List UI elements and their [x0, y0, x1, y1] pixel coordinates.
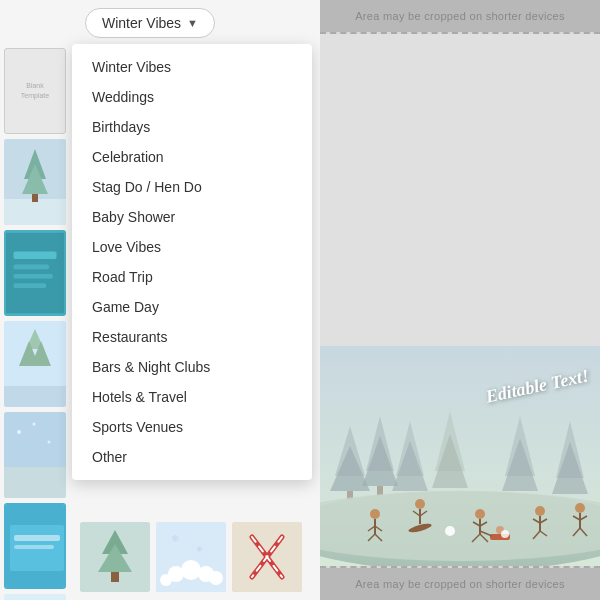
right-preview-panel: Area may be cropped on shorter devices: [320, 0, 600, 600]
dropdown-item-celebration[interactable]: Celebration: [72, 142, 312, 172]
dropdown-item-hotels-travel[interactable]: Hotels & Travel: [72, 382, 312, 412]
svg-rect-4: [32, 194, 38, 202]
template-thumbnail-winter-1[interactable]: [4, 139, 66, 225]
svg-point-18: [48, 441, 51, 444]
svg-point-95: [501, 530, 509, 538]
dropdown-item-restaurants[interactable]: Restaurants: [72, 322, 312, 352]
dropdown-item-love-vibes[interactable]: Love Vibes: [72, 232, 312, 262]
blank-template-label: BlankTemplate: [21, 81, 49, 101]
svg-rect-5: [6, 233, 64, 313]
svg-point-82: [535, 506, 545, 516]
dropdown-item-sports-venues[interactable]: Sports Venues: [72, 412, 312, 442]
thumbnail-bottom-snow[interactable]: ❄ ❄: [156, 522, 226, 592]
svg-point-61: [320, 491, 600, 561]
svg-rect-14: [4, 386, 66, 407]
dropdown-item-baby-shower[interactable]: Baby Shower: [72, 202, 312, 232]
svg-rect-24: [4, 594, 66, 600]
svg-point-36: [160, 574, 172, 586]
template-thumbnail-light[interactable]: [4, 594, 66, 600]
svg-rect-1: [4, 199, 66, 225]
svg-point-68: [415, 499, 425, 509]
crop-notice-bottom: Area may be cropped on shorter devices: [320, 568, 600, 600]
template-thumbnail-selected[interactable]: [4, 230, 66, 316]
svg-rect-22: [14, 535, 60, 541]
crop-notice-top: Area may be cropped on shorter devices: [320, 0, 600, 32]
dropdown-item-other[interactable]: Other: [72, 442, 312, 472]
dropdown-menu: Winter Vibes Weddings Birthdays Celebrat…: [72, 44, 312, 480]
svg-rect-8: [13, 274, 52, 279]
thumbnail-bottom-tree[interactable]: [80, 522, 150, 592]
dropdown-item-stag-do[interactable]: Stag Do / Hen Do: [72, 172, 312, 202]
svg-point-62: [370, 509, 380, 519]
dropdown-item-bars-night-clubs[interactable]: Bars & Night Clubs: [72, 352, 312, 382]
svg-point-17: [17, 430, 21, 434]
category-dropdown-trigger[interactable]: Winter Vibes ▼: [85, 8, 215, 38]
svg-point-34: [181, 560, 201, 580]
preview-scene: Editable Text!: [320, 346, 600, 566]
dropdown-item-game-day[interactable]: Game Day: [72, 292, 312, 322]
crop-notice-bottom-text: Area may be cropped on shorter devices: [355, 578, 565, 590]
preview-blank-area: [320, 34, 600, 346]
thumbnail-bottom-xmas[interactable]: [232, 522, 302, 592]
dropdown-item-birthdays[interactable]: Birthdays: [72, 112, 312, 142]
svg-text:❄: ❄: [171, 533, 179, 544]
svg-rect-9: [13, 283, 46, 288]
svg-rect-23: [14, 545, 54, 549]
template-thumbnail-blank[interactable]: BlankTemplate: [4, 48, 66, 134]
crop-notice-top-text: Area may be cropped on shorter devices: [355, 10, 565, 22]
left-panel: Winter Vibes ▼ Winter Vibes Weddings Bir…: [0, 0, 320, 600]
svg-rect-31: [111, 572, 119, 582]
svg-rect-7: [13, 265, 49, 270]
dropdown-item-winter-vibes[interactable]: Winter Vibes: [72, 52, 312, 82]
template-thumbnail-blue-blocks[interactable]: [4, 503, 66, 589]
svg-point-37: [209, 571, 223, 585]
svg-rect-6: [13, 251, 56, 258]
dropdown-item-road-trip[interactable]: Road Trip: [72, 262, 312, 292]
template-thumbnail-list: BlankTemplate: [4, 48, 66, 600]
svg-rect-16: [4, 467, 66, 498]
svg-point-88: [575, 503, 585, 513]
template-thumbnail-light-blue[interactable]: [4, 321, 66, 407]
svg-text:❄: ❄: [196, 545, 203, 554]
svg-point-94: [445, 526, 455, 536]
bottom-thumbnail-row: ❄ ❄: [80, 522, 302, 592]
template-thumbnail-reindeer[interactable]: [4, 412, 66, 498]
dropdown-item-weddings[interactable]: Weddings: [72, 82, 312, 112]
svg-point-19: [33, 423, 36, 426]
dropdown-trigger-label: Winter Vibes: [102, 15, 181, 31]
svg-point-73: [475, 509, 485, 519]
chevron-down-icon: ▼: [187, 17, 198, 29]
